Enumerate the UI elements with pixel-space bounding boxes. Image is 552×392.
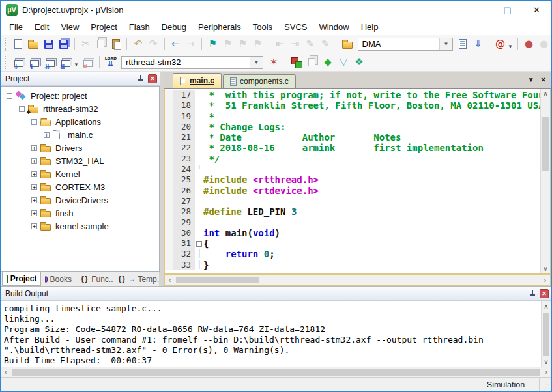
navigate-back-button[interactable]: ←	[168, 36, 183, 52]
menu-edit[interactable]: Edit	[29, 20, 55, 34]
menu-window[interactable]: Window	[313, 20, 355, 34]
fold-margin[interactable]: │	[195, 249, 203, 259]
scroll-up-icon[interactable]: ∧	[541, 89, 550, 98]
expander-plus-icon[interactable]: +	[31, 184, 37, 190]
menu-debug[interactable]: Debug	[156, 20, 192, 34]
breakpoint-margin[interactable]	[165, 154, 173, 164]
expander-minus-icon[interactable]: −	[7, 93, 12, 99]
editor-horizontal-scrollbar[interactable]: ‹ ›	[164, 275, 551, 286]
breakpoint-margin[interactable]	[165, 90, 173, 100]
maximize-button[interactable]: □	[493, 1, 522, 19]
close-button[interactable]: ✕	[522, 1, 551, 19]
toolbar-grip[interactable]	[5, 38, 8, 51]
menu-svcs[interactable]: SVCS	[278, 20, 313, 34]
resize-grip[interactable]: ⋰	[540, 378, 551, 391]
breakpoint-margin[interactable]	[165, 196, 173, 206]
manage-run-time-environment-button[interactable]	[289, 55, 304, 70]
chevron-down-icon[interactable]: ▼	[250, 57, 263, 68]
toggle-breakpoint-button[interactable]: ●	[521, 36, 536, 52]
pin-icon[interactable]	[138, 75, 144, 82]
save-button[interactable]	[41, 36, 56, 52]
scroll-down-icon[interactable]: ∨	[542, 357, 551, 367]
tree-item-main-c[interactable]: +main.c	[1, 128, 159, 141]
chevron-down-icon[interactable]: ▼	[439, 38, 452, 50]
tree-item-finsh[interactable]: +finsh	[1, 206, 159, 219]
expander-minus-icon[interactable]: −	[19, 106, 25, 112]
save-all-button[interactable]	[56, 36, 71, 52]
fold-collapse-icon[interactable]: −	[196, 241, 202, 247]
minimize-button[interactable]: ─	[463, 1, 493, 19]
project-panel-close-icon[interactable]: ✕	[148, 74, 157, 83]
tree-item-rtthread-stm32[interactable]: −rtthread-stm32	[1, 102, 159, 115]
chevron-down-icon[interactable]: ▼	[508, 44, 513, 49]
software-packs-button[interactable]: ❖	[351, 55, 367, 70]
close-document-icon[interactable]: ✕	[541, 76, 546, 83]
expander-plus-icon[interactable]: +	[31, 197, 37, 203]
find-text-combobox[interactable]: DMA▼	[358, 38, 453, 51]
panel-tab-books[interactable]: Books	[41, 272, 76, 286]
find-in-files-button[interactable]	[456, 36, 471, 52]
expander-plus-icon[interactable]: +	[44, 132, 50, 138]
expander-plus-icon[interactable]: +	[31, 223, 37, 229]
tree-item-applications[interactable]: −Applications	[1, 115, 159, 128]
document-tab-components-c[interactable]: components.c	[223, 74, 296, 88]
batch-build-button[interactable]	[58, 55, 74, 70]
fold-margin[interactable]: −	[195, 238, 203, 249]
tree-item-stm32-hal[interactable]: +STM32_HAL	[1, 154, 159, 167]
scroll-right-icon[interactable]: ›	[542, 367, 551, 377]
build-target-button[interactable]	[27, 55, 42, 70]
breakpoint-margin[interactable]	[165, 217, 173, 228]
toolbar-grip[interactable]	[5, 56, 8, 69]
breakpoint-margin[interactable]	[165, 111, 173, 122]
tab-list-dropdown-icon[interactable]: ▼	[528, 76, 534, 83]
build-output-close-icon[interactable]: ✕	[540, 289, 549, 298]
editor-vertical-scrollbar[interactable]: ∧ ∨	[540, 89, 550, 273]
tree-item-cortex-m3[interactable]: +CORTEX-M3	[1, 180, 159, 193]
insert-snippet-button[interactable]: @	[493, 36, 508, 52]
paste-button[interactable]	[108, 36, 123, 52]
scroll-right-icon[interactable]: ›	[540, 275, 550, 285]
menu-peripherals[interactable]: Peripherals	[192, 20, 247, 34]
expander-plus-icon[interactable]: +	[31, 210, 37, 216]
new-file-button[interactable]	[11, 36, 26, 52]
select-target-combobox[interactable]: rtthread-stm32▼	[121, 56, 263, 69]
document-tab-main-c[interactable]: main.c	[173, 73, 222, 88]
build-output-vertical-scrollbar[interactable]: ∧ ∨	[541, 301, 551, 367]
menu-help[interactable]: Help	[355, 20, 385, 34]
expander-minus-icon[interactable]: −	[31, 119, 37, 125]
expander-plus-icon[interactable]: +	[31, 171, 37, 177]
menu-view[interactable]: View	[55, 20, 85, 34]
open-file-button[interactable]	[26, 36, 41, 52]
menu-project[interactable]: Project	[85, 20, 123, 34]
breakpoint-margin[interactable]	[165, 206, 173, 217]
breakpoint-margin[interactable]	[165, 132, 173, 143]
rebuild-all-button[interactable]	[42, 55, 58, 70]
tree-item-kernel[interactable]: +Kernel	[1, 167, 159, 180]
tree-item-kernel-sample[interactable]: +kernel-sample	[1, 219, 159, 232]
find-in-files-scope-button[interactable]	[340, 36, 355, 52]
breakpoint-margin[interactable]	[165, 228, 173, 238]
fold-margin[interactable]: └	[195, 164, 203, 175]
scroll-left-icon[interactable]: ‹	[1, 367, 10, 377]
download-to-flash-button[interactable]: LOAD⇊	[103, 55, 119, 70]
build-output-horizontal-scrollbar[interactable]: ‹ ›	[1, 367, 551, 377]
scroll-up-icon[interactable]: ∧	[542, 301, 551, 311]
breakpoint-margin[interactable]	[165, 164, 173, 175]
undo-button[interactable]: ↶	[130, 36, 145, 52]
menu-tools[interactable]: Tools	[247, 20, 278, 34]
fold-margin[interactable]: │	[195, 260, 203, 270]
pin-icon[interactable]	[529, 290, 536, 297]
window-filter-button[interactable]: ▽	[336, 55, 351, 70]
target-options-button[interactable]: ✶	[266, 55, 282, 70]
scroll-left-icon[interactable]: ‹	[165, 275, 175, 285]
panel-tab-func[interactable]: {}Func...	[76, 272, 113, 286]
translate-file-button[interactable]	[11, 55, 27, 70]
tree-item-project-project[interactable]: −Project: project	[1, 89, 159, 102]
breakpoint-margin[interactable]	[165, 238, 173, 249]
panel-tab-temp[interactable]: {}→Temp...	[113, 272, 160, 286]
pack-installer-button[interactable]: ◆	[320, 55, 336, 70]
scroll-down-icon[interactable]: ∨	[541, 264, 550, 273]
breakpoint-margin[interactable]	[165, 260, 173, 270]
menu-flash[interactable]: Flash	[123, 20, 156, 34]
breakpoint-margin[interactable]	[165, 249, 173, 259]
